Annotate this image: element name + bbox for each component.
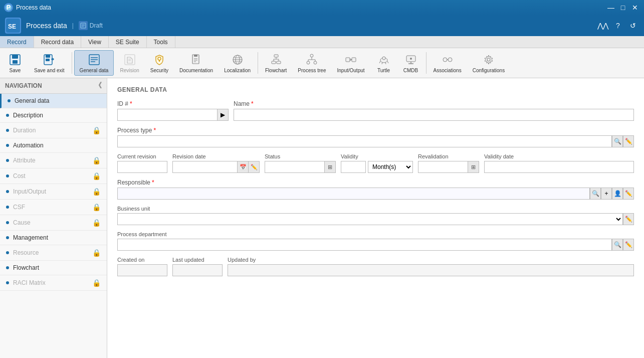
name-input[interactable] bbox=[234, 109, 634, 121]
nav-automation[interactable]: Automation bbox=[0, 138, 107, 153]
responsible-label: Responsible * bbox=[117, 179, 634, 186]
business-unit-edit-button[interactable]: ✏️ bbox=[623, 213, 634, 225]
revalidation-extra-button[interactable]: ⊞ bbox=[468, 161, 479, 173]
responsible-person-button[interactable]: 👤 bbox=[612, 188, 623, 200]
nav-input-output[interactable]: Input/Output 🔒 bbox=[0, 184, 107, 200]
current-revision-input[interactable]: 00 bbox=[117, 161, 167, 173]
status-input[interactable]: Draft bbox=[265, 161, 325, 173]
id-input[interactable] bbox=[117, 109, 218, 121]
responsible-input[interactable]: 0155 - Gisele Kosenkowski bbox=[117, 188, 590, 200]
revision-button[interactable]: Revision bbox=[115, 50, 144, 76]
close-button[interactable]: ✕ bbox=[630, 3, 640, 13]
calendar-button[interactable]: 📅 bbox=[238, 161, 249, 173]
nav-raci-matrix[interactable]: RACI Matrix 🔒 bbox=[0, 275, 107, 291]
process-type-search-button[interactable]: 🔍 bbox=[612, 135, 623, 147]
documentation-button[interactable]: Documentation bbox=[174, 50, 218, 76]
responsible-add-button[interactable]: + bbox=[601, 188, 612, 200]
nav-attribute[interactable]: Attribute 🔒 bbox=[0, 153, 107, 168]
flowchart-button[interactable]: Flowchart bbox=[260, 50, 292, 76]
menu-record[interactable]: Record bbox=[0, 36, 34, 48]
associations-label: Associations bbox=[434, 68, 462, 74]
nav-cost[interactable]: Cost 🔒 bbox=[0, 168, 107, 184]
nav-input-output-label: Input/Output bbox=[13, 188, 92, 195]
nav-csf[interactable]: CSF 🔒 bbox=[0, 200, 107, 215]
menu-view[interactable]: View bbox=[81, 36, 109, 48]
svg-rect-33 bbox=[274, 55, 278, 57]
revision-date-label: Revision date bbox=[172, 153, 260, 159]
nav-duration[interactable]: Duration 🔒 bbox=[0, 123, 107, 138]
process-dept-label: Process department bbox=[117, 231, 634, 237]
nav-dot bbox=[6, 281, 9, 284]
status-extra-button[interactable]: ⊞ bbox=[325, 161, 336, 173]
process-type-edit-button[interactable]: ✏️ bbox=[623, 135, 634, 147]
nav-resource[interactable]: Resource 🔒 bbox=[0, 245, 107, 261]
save-button[interactable]: Save bbox=[2, 50, 28, 76]
svg-rect-34 bbox=[272, 61, 276, 64]
documentation-label: Documentation bbox=[179, 68, 213, 74]
refresh-icon[interactable]: ↺ bbox=[627, 20, 639, 32]
nav-description[interactable]: Description bbox=[0, 108, 107, 123]
last-updated-input bbox=[172, 264, 223, 276]
validity-input[interactable]: 6 bbox=[341, 161, 366, 173]
lock-icon: 🔒 bbox=[92, 279, 101, 287]
nav-dot bbox=[6, 144, 9, 147]
id-label: ID # * bbox=[117, 100, 229, 107]
save-and-exit-button[interactable]: Save and exit bbox=[29, 50, 70, 76]
minimize-button[interactable]: — bbox=[606, 3, 616, 13]
configurations-label: Configurations bbox=[473, 68, 505, 74]
revision-date-extra-button[interactable]: ✏️ bbox=[249, 161, 260, 173]
responsible-edit-button[interactable]: ✏️ bbox=[623, 188, 634, 200]
id-arrow-button[interactable]: ▶ bbox=[218, 109, 229, 121]
revision-date-input[interactable] bbox=[172, 161, 238, 173]
revalidation-input[interactable] bbox=[418, 161, 468, 173]
sidebar-collapse-button[interactable]: 《 bbox=[95, 81, 102, 90]
svg-point-51 bbox=[382, 57, 385, 60]
process-dept-edit-button[interactable]: ✏️ bbox=[623, 239, 634, 251]
general-data-button[interactable]: General data bbox=[74, 50, 114, 76]
process-type-input[interactable]: 3.2 - Documentation bbox=[117, 135, 612, 147]
nav-cause[interactable]: Cause 🔒 bbox=[0, 215, 107, 231]
business-unit-row: ✏️ bbox=[117, 213, 634, 225]
turtle-button[interactable]: Turtle bbox=[371, 50, 397, 76]
nav-general-data[interactable]: General data bbox=[0, 94, 107, 108]
security-button[interactable]: Security bbox=[145, 50, 173, 76]
collapse-icon[interactable]: ⋀⋀ bbox=[597, 20, 609, 32]
maximize-button[interactable]: □ bbox=[618, 3, 628, 13]
save-and-exit-label: Save and exit bbox=[34, 68, 65, 74]
nav-automation-label: Automation bbox=[13, 142, 101, 149]
lock-icon: 🔒 bbox=[92, 188, 101, 196]
configurations-button[interactable]: Configurations bbox=[468, 50, 510, 76]
process-dept-search-button[interactable]: 🔍 bbox=[612, 239, 623, 251]
app-bar-right: ⋀⋀ ? ↺ bbox=[597, 20, 639, 32]
process-dept-input[interactable] bbox=[117, 239, 612, 251]
nav-csf-label: CSF bbox=[13, 204, 92, 211]
svg-point-59 bbox=[410, 58, 412, 60]
associations-button[interactable]: Associations bbox=[428, 50, 467, 76]
validity-date-input[interactable] bbox=[484, 161, 634, 173]
menu-record-data[interactable]: Record data bbox=[34, 36, 81, 48]
nav-management[interactable]: Management bbox=[0, 231, 107, 245]
menu-se-suite[interactable]: SE Suite bbox=[109, 36, 147, 48]
turtle-icon bbox=[377, 53, 391, 67]
process-tree-button[interactable]: Process tree bbox=[293, 50, 331, 76]
process-dept-group: Process department 🔍 ✏️ bbox=[117, 231, 634, 251]
business-unit-select[interactable] bbox=[117, 213, 623, 225]
svg-text:SE: SE bbox=[8, 23, 16, 30]
status-group: Status Draft ⊞ bbox=[265, 153, 336, 173]
responsible-search-button[interactable]: 🔍 bbox=[590, 188, 601, 200]
cmdb-button[interactable]: CMDB bbox=[398, 50, 424, 76]
validity-unit-select[interactable]: Month(s) Day(s) Year(s) bbox=[368, 161, 413, 173]
nav-flowchart[interactable]: Flowchart bbox=[0, 261, 107, 275]
content-area: GENERAL DATA ID # * ▶ Name * bbox=[107, 78, 644, 358]
draft-label: Draft bbox=[90, 22, 103, 29]
menu-tools[interactable]: Tools bbox=[147, 36, 175, 48]
app-logo: SE bbox=[5, 18, 21, 34]
nav-dot bbox=[8, 99, 11, 102]
process-type-label: Process type * bbox=[117, 127, 634, 134]
localization-button[interactable]: Localization bbox=[219, 50, 256, 76]
process-type-group: Process type * 3.2 - Documentation 🔍 ✏️ bbox=[117, 127, 634, 147]
svg-point-63 bbox=[487, 58, 490, 61]
input-output-button[interactable]: Input/Output bbox=[332, 50, 370, 76]
help-icon[interactable]: ? bbox=[612, 20, 624, 32]
save-label: Save bbox=[10, 68, 21, 74]
